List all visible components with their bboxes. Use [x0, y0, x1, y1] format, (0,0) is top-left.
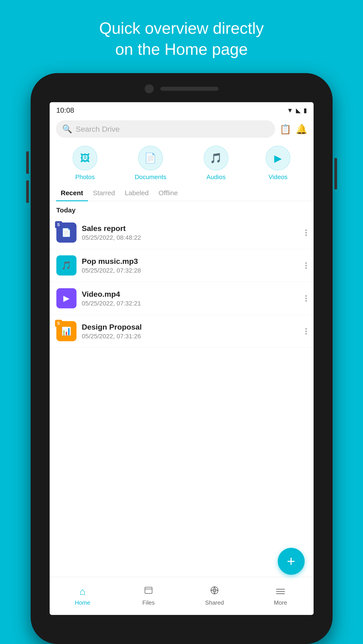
fab-add-button[interactable]: + [278, 548, 304, 575]
shared-icon [210, 586, 219, 597]
wifi-icon: ▼ [287, 107, 293, 114]
file-icon-video: ▶ [56, 288, 76, 308]
file-name: Design Proposal [82, 323, 300, 332]
file-name: Pop music.mp3 [82, 257, 300, 266]
category-audios[interactable]: 🎵 Audios [204, 146, 228, 181]
file-item[interactable]: 🎵 Pop music.mp3 05/25/2022, 07:32:28 [50, 249, 314, 282]
file-info: Pop music.mp3 05/25/2022, 07:32:28 [82, 257, 300, 274]
battery-icon: ▮ [304, 107, 307, 114]
file-date: 05/25/2022, 07:32:28 [82, 267, 300, 274]
header-actions: 📋 🔔 [280, 124, 307, 134]
bell-icon[interactable]: 🔔 [296, 124, 307, 134]
search-bar[interactable]: 🔍 Search Drive [56, 120, 275, 138]
nav-shared-label: Shared [205, 599, 224, 606]
bottom-nav: ⌂ Home Files [50, 577, 314, 615]
clipboard-icon[interactable]: 📋 [280, 124, 291, 134]
phone-notch [145, 84, 218, 93]
category-photos[interactable]: 🖼 Photos [73, 146, 97, 181]
screen-content: 10:08 ▼ ◣ ▮ 🔍 Search Drive 📋 🔔 [50, 102, 314, 577]
search-row: 🔍 Search Drive 📋 🔔 [50, 117, 314, 141]
volume-up-button [26, 152, 29, 174]
photos-icon: 🖼 [73, 146, 97, 170]
file-date: 05/25/2022, 07:31:26 [82, 333, 300, 340]
status-icons: ▼ ◣ ▮ [287, 107, 307, 114]
nav-files[interactable]: Files [116, 586, 182, 606]
svg-point-1 [211, 587, 218, 594]
file-badge: S [55, 221, 62, 228]
tab-recent[interactable]: Recent [56, 185, 88, 201]
file-icon-music: 🎵 [56, 255, 76, 276]
more-icon [276, 586, 285, 597]
nav-home[interactable]: ⌂ Home [50, 586, 116, 606]
file-item[interactable]: S 📄 Sales report 05/25/2022, 08:48:22 [50, 216, 314, 249]
files-icon [144, 586, 153, 597]
file-info: Video.mp4 05/25/2022, 07:32:21 [82, 290, 300, 307]
section-today: Today [50, 201, 314, 216]
videos-icon: ▶ [266, 146, 290, 170]
file-name: Sales report [82, 224, 300, 233]
file-item[interactable]: ▶ Video.mp4 05/25/2022, 07:32:21 [50, 282, 314, 315]
file-more-button[interactable] [305, 328, 307, 334]
screen: 10:08 ▼ ◣ ▮ 🔍 Search Drive 📋 🔔 [50, 102, 314, 615]
file-more-button[interactable] [305, 295, 307, 302]
file-more-button[interactable] [305, 262, 307, 269]
file-info: Sales report 05/25/2022, 08:48:22 [82, 224, 300, 241]
file-info: Design Proposal 05/25/2022, 07:31:26 [82, 323, 300, 340]
tab-labeled[interactable]: Labeled [120, 185, 154, 201]
tab-starred[interactable]: Starred [88, 185, 120, 201]
status-bar: 10:08 ▼ ◣ ▮ [50, 102, 314, 117]
documents-icon: 📄 [138, 146, 163, 170]
file-icon-slides: S 📊 [56, 321, 76, 341]
search-icon: 🔍 [62, 124, 72, 134]
audios-icon: 🎵 [204, 146, 228, 170]
file-date: 05/25/2022, 08:48:22 [82, 234, 300, 241]
categories: 🖼 Photos 📄 Documents 🎵 Audios ▶ Videos [50, 141, 314, 183]
documents-label: Documents [135, 174, 166, 181]
tabs: Recent Starred Labeled Offline [50, 183, 314, 201]
file-badge: S [55, 320, 62, 327]
file-item[interactable]: S 📊 Design Proposal 05/25/2022, 07:31:26 [50, 315, 314, 348]
nav-more[interactable]: More [248, 586, 314, 606]
nav-home-label: Home [75, 599, 90, 606]
file-more-button[interactable] [305, 230, 307, 236]
file-icon-doc: S 📄 [56, 222, 76, 242]
file-date: 05/25/2022, 07:32:21 [82, 300, 300, 307]
file-name: Video.mp4 [82, 290, 300, 298]
home-icon: ⌂ [80, 586, 86, 597]
nav-more-label: More [274, 599, 287, 606]
speaker [160, 87, 218, 91]
phone-mockup: 10:08 ▼ ◣ ▮ 🔍 Search Drive 📋 🔔 [31, 73, 332, 644]
tab-offline[interactable]: Offline [154, 185, 183, 201]
power-button [334, 158, 337, 190]
signal-icon: ◣ [296, 107, 301, 114]
photos-label: Photos [75, 174, 94, 181]
svg-rect-0 [145, 587, 152, 594]
nav-shared[interactable]: Shared [182, 586, 248, 606]
hero-title: Quick overview directly on the Home page [99, 0, 264, 73]
volume-down-button [26, 180, 29, 203]
search-input[interactable]: Search Drive [76, 125, 120, 134]
status-time: 10:08 [56, 106, 74, 114]
videos-label: Videos [268, 174, 288, 181]
camera [145, 84, 154, 93]
nav-files-label: Files [142, 599, 155, 606]
audios-label: Audios [206, 174, 226, 181]
category-documents[interactable]: 📄 Documents [135, 146, 166, 181]
category-videos[interactable]: ▶ Videos [266, 146, 290, 181]
file-list: S 📄 Sales report 05/25/2022, 08:48:22 [50, 216, 314, 348]
